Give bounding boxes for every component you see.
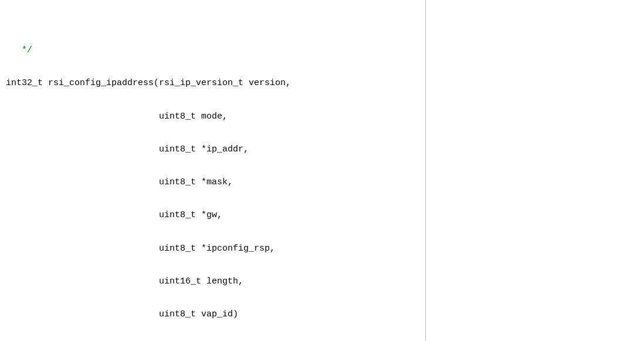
column-ruler	[425, 0, 426, 341]
code-line: uint8_t *ipconfig_rsp,	[6, 244, 638, 255]
code-line: int32_t rsi_config_ipaddress(rsi_ip_vers…	[6, 78, 638, 89]
code-line: uint8_t mode,	[6, 112, 638, 123]
code-line: uint8_t *gw,	[6, 210, 638, 221]
code-line: uint8_t vap_id)	[6, 309, 638, 320]
code-line: uint8_t *mask,	[6, 177, 638, 188]
code-line: uint16_t length,	[6, 276, 638, 288]
code-line: */	[6, 45, 638, 56]
code-line: uint8_t *ip_addr,	[6, 144, 638, 156]
code-block: */ int32_t rsi_config_ipaddress(rsi_ip_v…	[0, 0, 644, 341]
